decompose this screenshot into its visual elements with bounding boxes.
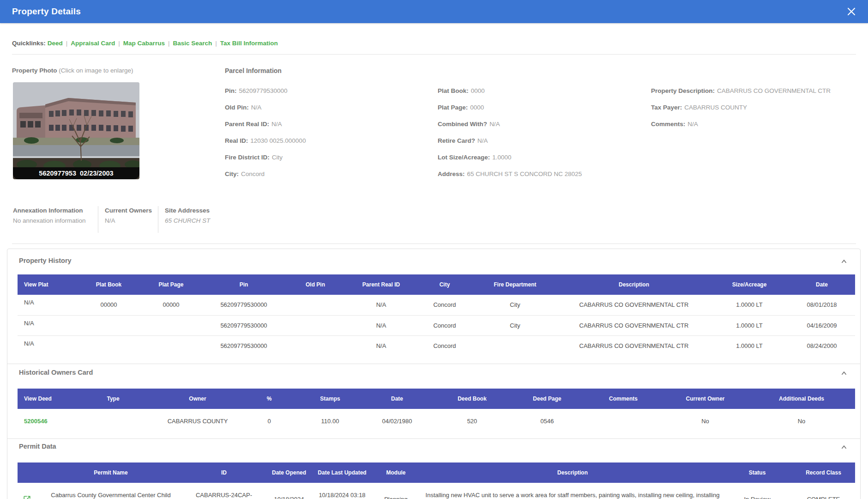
column-header: View Plat: [18, 274, 78, 295]
collapse-historical-owners-icon[interactable]: [839, 368, 849, 378]
field-label: Plat Book:: [438, 87, 469, 94]
field-value: 0000: [470, 104, 484, 111]
table-cell: COMPLETE: [792, 483, 855, 499]
separator: |: [215, 40, 217, 47]
current-owners: Current Owners N/A: [105, 207, 152, 224]
field-label: Lot Size/Acreage:: [438, 154, 490, 161]
column-header: Size/Acreage: [710, 274, 789, 295]
table-cell: [140, 315, 202, 335]
table-cell: 08/24/2000: [789, 335, 855, 356]
table-cell: 56209779530000: [202, 315, 285, 335]
separator: |: [118, 40, 120, 47]
field-label: City:: [225, 170, 239, 177]
property-photo[interactable]: 5620977953 02/23/2003: [13, 82, 139, 179]
annexation-title: Annexation Information: [13, 207, 86, 214]
field-value: N/A: [271, 121, 282, 128]
quicklink-basic-search[interactable]: Basic Search: [173, 40, 212, 47]
column-header: Type: [69, 389, 157, 409]
table-cell: 04/16/2009: [789, 315, 855, 335]
field-label: Combined With?: [438, 121, 487, 128]
table-cell: 00000: [140, 295, 202, 315]
site-addresses: Site Addresses 65 CHURCH ST: [165, 207, 210, 224]
column-header: %: [238, 389, 300, 409]
quicklink-deed[interactable]: Deed: [48, 40, 63, 47]
permit-data-title: Permit Data: [19, 443, 56, 450]
table-cell: 56209779530000: [202, 335, 285, 356]
field-label: Plat Page:: [438, 104, 468, 111]
table-cell: CABARRUS CO GOVERNMENTAL CTR: [558, 315, 710, 335]
parcel-field: Tax Payer:CABARRUS COUNTY: [651, 104, 831, 121]
parcel-column-1: Pin:56209779530000Old Pin:N/AParent Real…: [225, 87, 306, 187]
table-cell: 08/01/2018: [789, 295, 855, 315]
table-cell: 1.0000 LT: [710, 335, 789, 356]
parcel-field: Retire Card?N/A: [438, 137, 582, 154]
building-photo-image: [13, 82, 139, 179]
property-photo-label: Property Photo (Click on image to enlarg…: [12, 67, 133, 74]
column-header: Date Opened: [263, 462, 315, 483]
quicklink-appraisal-card[interactable]: Appraisal Card: [71, 40, 115, 47]
close-icon[interactable]: [846, 6, 857, 17]
table-row: N/A56209779530000N/AConcordCityCABARRUS …: [18, 315, 855, 335]
parcel-field: Address:65 CHURCH ST S CONCORD NC 28025: [438, 170, 582, 187]
column-header: Fire Department: [472, 274, 558, 295]
table-cell: N/A: [18, 335, 78, 356]
field-value: N/A: [687, 121, 698, 128]
field-value: 0000: [471, 87, 485, 94]
table-cell: [285, 315, 345, 335]
table-row: Cabarrus County Governmental Center Chil…: [18, 483, 855, 499]
page-title: Property Details: [12, 0, 81, 23]
parcel-field: Real ID:12030 0025.000000: [225, 137, 306, 154]
field-value: 56209779530000: [239, 87, 288, 94]
table-cell: 00000: [78, 295, 140, 315]
divider: [7, 438, 860, 439]
column-header: Date: [360, 389, 434, 409]
table-cell: Planning: [369, 483, 422, 499]
table-cell: Concord: [417, 315, 472, 335]
field-value: N/A: [251, 104, 262, 111]
table-cell: [140, 335, 202, 356]
view-deed-link[interactable]: 5200546: [18, 409, 69, 433]
table-row: N/A000000000056209779530000N/AConcordCit…: [18, 295, 855, 315]
external-link-icon[interactable]: [23, 495, 31, 499]
table-cell: 56209779530000: [202, 295, 285, 315]
table-cell: [584, 409, 663, 433]
table-cell: Concord: [417, 295, 472, 315]
column-header: View Deed: [18, 389, 69, 409]
table-row: N/A56209779530000N/AConcordCABARRUS CO G…: [18, 335, 855, 356]
parcel-field: Plat Page:0000: [438, 104, 582, 121]
table-cell: City: [472, 295, 558, 315]
quicklink-map-cabarrus[interactable]: Map Cabarrus: [123, 40, 165, 47]
table-cell: 0: [238, 409, 300, 433]
table-cell: 110.00: [300, 409, 360, 433]
table-row: 5200546CABARRUS COUNTY0110.0004/02/19805…: [18, 409, 855, 433]
collapse-property-history-icon[interactable]: [839, 256, 849, 267]
separator: |: [66, 40, 68, 47]
table-cell: [472, 335, 558, 356]
quicklinks-label: Quicklinks:: [12, 40, 46, 47]
divider: [98, 206, 98, 233]
column-header: Module: [369, 462, 422, 483]
parcel-field: Pin:56209779530000: [225, 87, 306, 104]
field-value: 1.0000: [492, 154, 511, 161]
table-cell: N/A: [345, 295, 417, 315]
field-label: Retire Card?: [438, 137, 475, 144]
column-header: Additional Deeds: [748, 389, 855, 409]
field-value: N/A: [489, 121, 500, 128]
collapse-permit-data-icon[interactable]: [839, 442, 849, 452]
quicklink-tax-bill-information[interactable]: Tax Bill Information: [220, 40, 278, 47]
table-cell: 04/02/1980: [360, 409, 434, 433]
table-cell: 1.0000 LT: [710, 295, 789, 315]
site-addresses-title: Site Addresses: [165, 207, 210, 214]
column-header: Pin: [202, 274, 285, 295]
view-permit-cell[interactable]: [18, 483, 37, 499]
dialog-titlebar: Property Details: [0, 0, 868, 23]
parcel-field: Old Pin:N/A: [225, 104, 306, 121]
table-cell: [78, 315, 140, 335]
field-label: Tax Payer:: [651, 104, 682, 111]
table-cell: 0546: [510, 409, 584, 433]
field-label: Comments:: [651, 121, 685, 128]
divider: [158, 206, 158, 233]
table-cell: CABARRUS COUNTY: [157, 409, 238, 433]
table-cell: Installing new HVAC unit to serve a work…: [422, 483, 723, 499]
column-header: Old Pin: [285, 274, 345, 295]
